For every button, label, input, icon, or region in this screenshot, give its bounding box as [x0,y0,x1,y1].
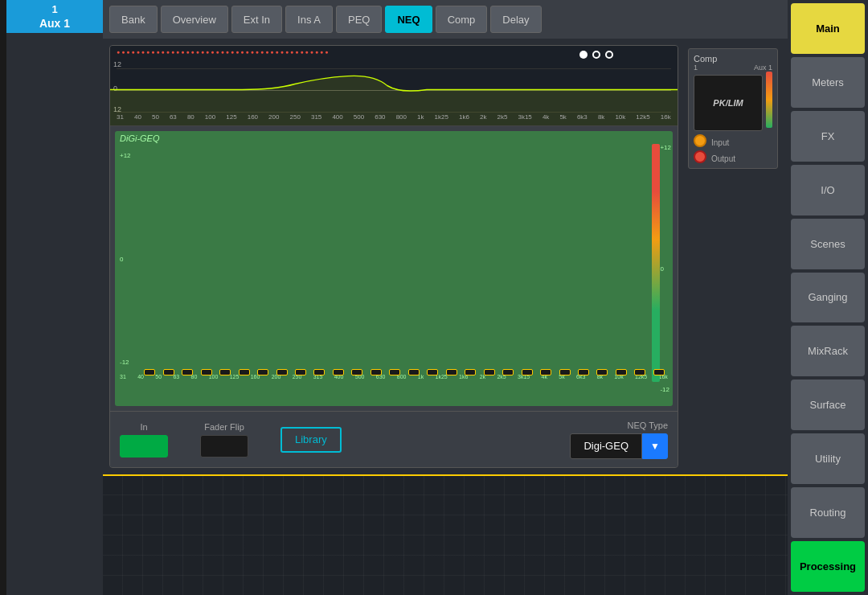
geq-slider-thumb-5k[interactable] [559,369,571,375]
nav-scenes-button[interactable]: Scenes [791,219,865,269]
in-toggle[interactable] [120,435,168,458]
geq-slider-thumb-31[interactable] [144,369,155,375]
nav-surface-button[interactable]: Surface [791,380,865,430]
tab-ext-in[interactable]: Ext In [231,6,282,33]
dot-3 [605,51,613,59]
nav-routing-button[interactable]: Routing [791,487,865,538]
geq-slider-col-250 [310,366,328,372]
channel-number: 1 [6,0,103,17]
geq-slider-thumb-315[interactable] [333,369,344,375]
geq-slider-col-630 [386,366,403,372]
geq-slider-col-63 [197,366,215,372]
geq-slider-col-80 [216,366,234,372]
neq-area: ● ● ● ● ● ● ● ● ● ● ● ● ● ● ● ● ● ● ● ● … [103,39,788,474]
output-label: Output [711,154,735,163]
tab-delay[interactable]: Delay [490,6,541,33]
geq-slider-col-500 [367,366,385,372]
output-indicator[interactable] [694,150,706,163]
eq-freq-labels: 3140506380100125160200250315400500630800… [110,113,678,121]
geq-slider-col-5k [555,366,573,372]
geq-slider-col-10k [612,366,630,372]
geq-slider-thumb-12k5[interactable] [634,369,645,375]
nav-mixrack-button[interactable]: MixRack [791,326,865,376]
comp-title: Comp [694,54,772,64]
controls-row: In Fader Flip Library NEQ Type Digi-GEQ … [110,411,678,467]
geq-slider-thumb-100[interactable] [239,369,250,375]
comp-channel-num: 1 [694,64,698,72]
geq-slider-thumb-200[interactable] [295,369,306,375]
fader-flip-toggle[interactable] [200,435,248,458]
geq-slider-thumb-8k[interactable] [596,369,608,375]
geq-slider-col-315 [330,366,347,372]
geq-slider-col-125 [254,366,272,372]
geq-slider-thumb-2k[interactable] [484,369,495,375]
neq-type-label: NEQ Type [627,421,668,430]
dot-2 [592,51,600,59]
nav-processing-button[interactable]: Processing [791,541,865,592]
geq-slider-col-6k3 [575,366,592,372]
neq-panel: ● ● ● ● ● ● ● ● ● ● ● ● ● ● ● ● ● ● ● ● … [109,45,678,468]
neq-type-dropdown[interactable]: Digi-GEQ ▼ [570,433,668,459]
geq-slider-thumb-80[interactable] [219,369,231,375]
geq-slider-col-100 [235,366,252,372]
geq-slider-thumb-1k6[interactable] [465,369,476,375]
geq-slider-thumb-40[interactable] [163,369,174,375]
geq-label-plus12: +12 [120,152,136,159]
input-indicator[interactable] [694,134,706,147]
geq-slider-thumb-125[interactable] [257,369,268,375]
nav-main-button[interactable]: Main [791,3,865,54]
geq-slider-thumb-160[interactable] [276,369,288,375]
nav-ganging-button[interactable]: Ganging [791,273,865,323]
geq-slider-col-1k25 [443,366,461,372]
dot-1 [579,51,588,59]
tab-peq[interactable]: PEQ [336,6,382,33]
fader-flip-control: Fader Flip [200,422,248,458]
nav-fx-button[interactable]: FX [791,111,865,162]
nav-buttons: Main Meters FX I/O Scenes Ganging MixRac… [788,0,868,595]
left-strip [0,0,6,595]
channel-strip: 1 Aux 1 [6,0,103,595]
geq-sliders-area: +12 0 -12 [115,146,673,372]
geq-slider-thumb-400[interactable] [351,369,362,375]
geq-slider-thumb-800[interactable] [408,369,420,375]
geq-slider-col-50 [178,366,196,372]
geq-slider-thumb-2k5[interactable] [502,369,514,375]
geq-slider-col-1k [424,366,441,372]
geq-slider-thumb-16k[interactable] [653,369,665,375]
comp-display-row: PK / LIM [694,72,772,134]
geq-slider-thumb-630[interactable] [389,369,400,375]
tab-neq[interactable]: NEQ [385,6,432,33]
neq-dropdown-arrow[interactable]: ▼ [642,433,668,459]
geq-label-minus12: -12 [120,359,136,366]
geq-slider-thumb-500[interactable] [371,369,382,375]
geq-slider-thumb-250[interactable] [313,369,325,375]
nav-meters-button[interactable]: Meters [791,57,865,108]
geq-slider-col-200 [292,366,309,372]
bottom-area [103,474,788,595]
geq-label-zero: 0 [120,256,136,263]
grid-lines [103,476,788,595]
geq-slider-thumb-6k3[interactable] [578,369,589,375]
geq-slider-thumb-3k15[interactable] [522,369,533,375]
geq-slider-col-16k [650,366,668,372]
tab-bank[interactable]: Bank [109,6,158,33]
geq-slider-thumb-1k25[interactable] [446,369,457,375]
geq-slider-thumb-50[interactable] [182,369,193,375]
fader-flip-label: Fader Flip [204,422,244,432]
nav-io-button[interactable]: I/O [791,165,865,215]
comp-display: PK / LIM [694,75,763,131]
geq-slider-col-2k [480,366,497,372]
library-button[interactable]: Library [280,427,342,453]
digi-geq-label: DiGi-GEQ [115,131,673,146]
tab-ins-a[interactable]: Ins A [285,6,333,33]
geq-slider-thumb-10k[interactable] [616,369,627,375]
geq-slider-col-400 [348,366,366,372]
geq-slider-thumb-63[interactable] [201,369,212,375]
tab-comp[interactable]: Comp [436,6,488,33]
geq-slider-thumb-4k[interactable] [540,369,551,375]
geq-slider-col-8k [593,366,611,372]
geq-slider-thumb-1k[interactable] [427,369,438,375]
nav-utility-button[interactable]: Utility [791,433,865,484]
tab-overview[interactable]: Overview [161,6,228,33]
comp-channels: 1 Aux 1 [694,64,772,72]
